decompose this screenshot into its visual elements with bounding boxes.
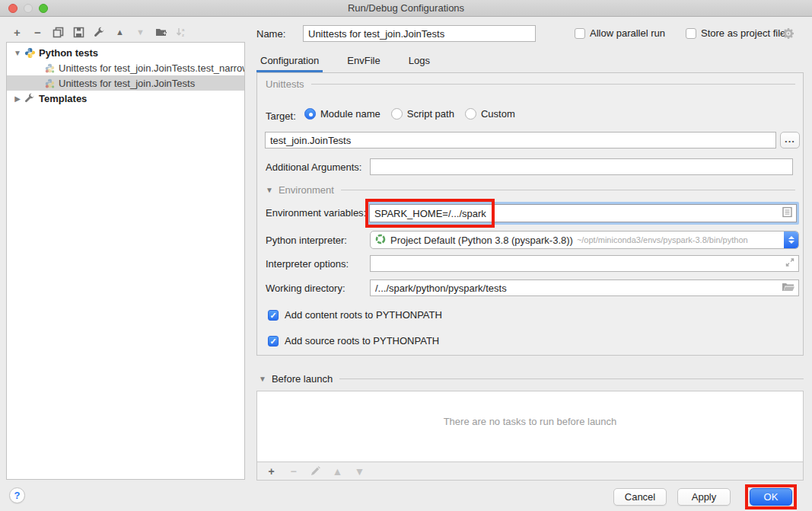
tab-configuration[interactable]: Configuration (256, 53, 323, 72)
checkbox-checked-icon[interactable]: ✓ (268, 336, 279, 347)
target-radio-group: Module name Script path Custom (304, 108, 515, 120)
before-launch-title: Before launch (272, 373, 333, 385)
configurations-toolbar: + − ▲ ▼ az (11, 24, 188, 40)
edit-variables-icon[interactable] (782, 207, 792, 220)
svg-text:z: z (182, 33, 184, 37)
add-content-roots-checkbox[interactable]: ✓ Add content roots to PYTHONPATH (268, 309, 442, 321)
sort-alphabetically-icon: az (175, 26, 188, 39)
section-divider (339, 378, 804, 379)
python-interpreter-label: Python interpreter: (266, 235, 347, 246)
environment-section-header: ▼ Environment (266, 184, 795, 196)
before-launch-empty-text: There are no tasks to run before launch (257, 416, 803, 427)
radio-label: Custom (481, 108, 515, 120)
collapsed-arrow-icon[interactable]: ▶ (13, 94, 22, 103)
interpreter-options-input[interactable] (370, 255, 799, 272)
additional-arguments-label: Additional Arguments: (266, 161, 361, 173)
before-launch-section-header: ▼ Before launch (259, 373, 804, 385)
tree-item-label: Templates (39, 93, 87, 104)
window-title: Run/Debug Configurations (0, 2, 812, 14)
radio-script-path[interactable]: Script path (391, 108, 454, 120)
python-interpreter-select[interactable]: Project Default (Python 3.8 (pyspark-3.8… (370, 231, 799, 249)
browse-button[interactable]: ... (780, 132, 800, 149)
unittests-panel: Unittests Target: Module name Script pat… (256, 72, 804, 356)
tree-item-templates[interactable]: ▶ Templates (7, 91, 244, 106)
unittests-section-title: Unittests (266, 78, 304, 90)
config-tabs: Configuration EnvFile Logs (256, 53, 434, 72)
radio-selected-icon[interactable] (304, 108, 316, 120)
copy-configuration-icon[interactable] (52, 26, 65, 39)
new-folder-icon[interactable] (154, 26, 167, 39)
remove-task-icon: − (287, 465, 300, 477)
add-source-roots-checkbox[interactable]: ✓ Add source roots to PYTHONPATH (268, 335, 439, 347)
working-directory-field (370, 279, 799, 296)
name-input[interactable] (303, 25, 536, 42)
section-collapse-icon[interactable]: ▼ (259, 375, 266, 383)
gear-icon[interactable] (782, 27, 794, 42)
remove-configuration-icon[interactable]: − (31, 26, 44, 39)
radio-unselected-icon[interactable] (391, 108, 403, 120)
tab-envfile[interactable]: EnvFile (343, 53, 384, 72)
tree-item-test-narrow[interactable]: Unittests for test_join.JoinTests.test_n… (7, 60, 244, 75)
store-as-project-file-label: Store as project file (701, 27, 785, 39)
python-test-icon (43, 62, 56, 74)
add-task-icon[interactable]: + (265, 465, 278, 477)
name-row: Name: Allow parallel run Store as projec… (256, 25, 804, 43)
move-task-up-icon: ▲ (331, 465, 344, 477)
radio-module-name[interactable]: Module name (304, 108, 381, 120)
svg-text:a: a (182, 27, 185, 32)
checkbox-checked-icon[interactable]: ✓ (268, 310, 279, 321)
working-directory-label: Working directory: (266, 283, 345, 294)
allow-parallel-run-checkbox[interactable]: Allow parallel run (575, 27, 665, 39)
python-icon (24, 46, 36, 59)
allow-parallel-run-label: Allow parallel run (590, 27, 665, 39)
conda-env-icon (375, 234, 386, 247)
working-directory-input[interactable] (370, 279, 799, 296)
tab-logs[interactable]: Logs (405, 53, 434, 72)
wrench-icon (24, 92, 36, 104)
move-down-icon[interactable]: ▼ (134, 26, 147, 39)
additional-arguments-input[interactable] (370, 158, 793, 175)
checkbox-label: Add content roots to PYTHONPATH (285, 309, 442, 321)
tree-item-python-tests[interactable]: ▼ Python tests (7, 45, 244, 60)
checkbox-unchecked-icon[interactable] (686, 28, 696, 39)
save-configuration-icon[interactable] (72, 26, 85, 39)
interpreter-options-field (370, 255, 799, 272)
move-task-down-icon: ▼ (353, 465, 366, 477)
folder-icon[interactable] (782, 282, 794, 294)
python-test-icon (43, 77, 56, 89)
unittests-section-header: Unittests (266, 78, 795, 90)
dropdown-arrows-icon[interactable] (784, 232, 798, 248)
expanded-arrow-icon[interactable]: ▼ (13, 49, 22, 57)
section-divider (311, 84, 795, 85)
checkbox-unchecked-icon[interactable] (575, 28, 585, 39)
radio-label: Script path (407, 108, 454, 120)
radio-unselected-icon[interactable] (465, 108, 476, 120)
tree-item-label: Python tests (39, 47, 98, 59)
interpreter-options-label: Interpreter options: (266, 258, 349, 270)
before-launch-task-list: There are no tasks to run before launch (256, 391, 804, 462)
section-collapse-icon[interactable]: ▼ (266, 186, 273, 194)
help-button[interactable]: ? (9, 487, 25, 503)
apply-button[interactable]: Apply (677, 488, 731, 506)
add-configuration-icon[interactable]: + (11, 26, 24, 39)
cancel-button[interactable]: Cancel (613, 488, 667, 506)
tree-item-label: Unittests for test_join.JoinTests.test_n… (59, 62, 244, 74)
highlight-box-ok (745, 484, 797, 509)
edit-templates-icon[interactable] (93, 26, 106, 39)
module-name-input[interactable] (265, 132, 776, 149)
environment-section-title: Environment (279, 184, 334, 196)
edit-task-icon (309, 465, 322, 477)
tree-item-jointests-selected[interactable]: Unittests for test_join.JoinTests (7, 75, 244, 91)
name-label: Name: (256, 28, 285, 40)
before-launch-toolbar: + − ▲ ▼ (256, 461, 804, 481)
move-up-icon[interactable]: ▲ (113, 26, 126, 39)
expand-field-icon[interactable] (785, 258, 794, 270)
configurations-tree: ▼ Python tests Unittests for test_join.J… (6, 42, 245, 480)
interpreter-value: Project Default (Python 3.8 (pyspark-3.8… (390, 235, 573, 246)
radio-label: Module name (320, 108, 381, 120)
section-divider (341, 190, 795, 190)
store-as-project-file-checkbox[interactable]: Store as project file (686, 27, 785, 39)
radio-custom[interactable]: Custom (465, 108, 515, 120)
title-bar: Run/Debug Configurations (0, 0, 812, 17)
target-label: Target: (266, 110, 296, 122)
